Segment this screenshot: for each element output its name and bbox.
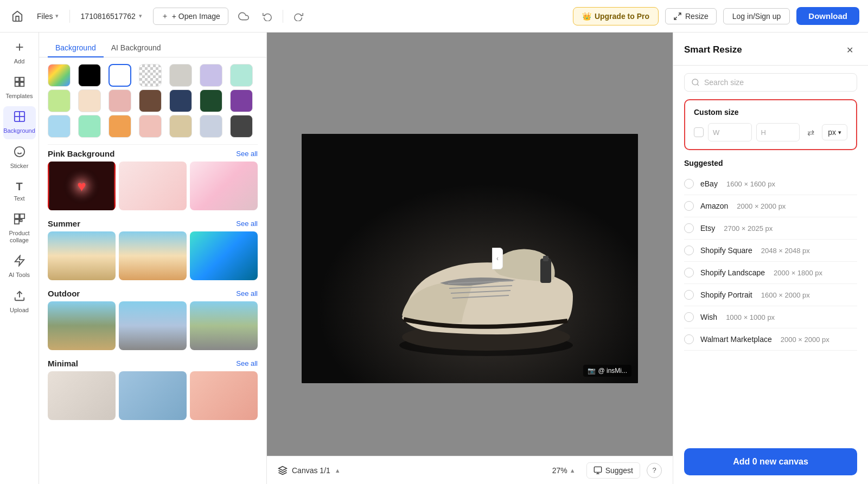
color-swatch-light-purple[interactable]	[200, 64, 222, 87]
sr-item-shopify-portrait[interactable]: Shopify Portrait 1600 × 2000 px	[684, 284, 857, 306]
pink-bg-image-3[interactable]	[190, 162, 258, 210]
sidebar-item-text[interactable]: T Text	[3, 176, 36, 206]
walmart-checkbox[interactable]	[684, 334, 694, 344]
color-swatch-dark-gray[interactable]	[230, 115, 253, 138]
sidebar-item-ai-tools[interactable]: AI Tools	[3, 250, 36, 283]
cloud-icon[interactable]	[235, 8, 252, 25]
wish-checkbox[interactable]	[684, 312, 694, 322]
outdoor-image-2[interactable]	[119, 301, 187, 350]
sidebar-item-upload[interactable]: Upload	[3, 286, 36, 318]
outdoor-see-all[interactable]: See all	[236, 289, 258, 298]
zoom-control[interactable]: 27% ▲	[548, 464, 580, 477]
color-swatch-light-gray[interactable]	[169, 64, 192, 87]
etsy-checkbox[interactable]	[684, 223, 694, 233]
canvas-info[interactable]: Canvas 1/1 ▲	[278, 466, 341, 475]
sr-item-walmart[interactable]: Walmart Marketplace 2000 × 2000 px	[684, 328, 857, 351]
add-canvas-button[interactable]: Add 0 new canvas	[684, 448, 857, 475]
sidebar-item-text-label: Text	[14, 195, 24, 202]
undo-button[interactable]	[259, 8, 276, 25]
tab-background[interactable]: Background	[48, 39, 104, 57]
color-swatch-seafoam[interactable]	[78, 115, 101, 138]
sr-item-wish[interactable]: Wish 1000 × 1000 px	[684, 306, 857, 328]
minimal-image-1[interactable]	[48, 371, 116, 420]
redo-button[interactable]	[290, 8, 307, 25]
svg-rect-30	[543, 256, 548, 261]
zoom-value: 27%	[552, 466, 567, 475]
background-icon	[14, 111, 25, 125]
sidebar-item-background[interactable]: Background	[3, 106, 36, 139]
color-swatch-light-pink[interactable]	[108, 89, 131, 112]
color-swatch-orange[interactable]	[108, 115, 131, 138]
minimal-image-2[interactable]	[119, 371, 187, 420]
summer-image-2[interactable]	[119, 231, 187, 280]
smart-resize-close-button[interactable]: ✕	[842, 42, 857, 57]
smart-resize-search[interactable]	[684, 73, 857, 92]
svg-rect-14	[14, 220, 18, 224]
shopify-portrait-checkbox[interactable]	[684, 290, 694, 300]
color-swatch-brown[interactable]	[139, 89, 162, 112]
ebay-checkbox[interactable]	[684, 179, 694, 189]
home-button[interactable]	[9, 8, 26, 25]
amazon-checkbox[interactable]	[684, 201, 694, 211]
link-dimensions-icon[interactable]: ⇄	[804, 127, 818, 138]
files-menu[interactable]: Files ▾	[33, 10, 63, 23]
color-swatch-sky[interactable]	[48, 115, 71, 138]
sr-item-shopify-square[interactable]: Shopify Square 2048 × 2048 px	[684, 240, 857, 262]
summer-title: Summer	[48, 219, 80, 228]
unit-selector[interactable]: px ▾	[822, 124, 847, 140]
color-swatch-transparent[interactable]	[139, 64, 162, 87]
canvas-container[interactable]: 📷 @ insMi...	[302, 134, 638, 383]
add-icon	[14, 41, 25, 56]
pink-bg-image-1[interactable]: ♥	[48, 162, 116, 210]
pink-bg-image-2[interactable]	[119, 162, 187, 210]
color-swatch-steel[interactable]	[200, 115, 222, 138]
color-swatch-rainbow[interactable]	[48, 64, 71, 87]
width-input[interactable]	[724, 124, 751, 141]
sr-item-ebay[interactable]: eBay 1600 × 1600 px	[684, 173, 857, 195]
sidebar-item-templates[interactable]: Templates	[3, 72, 36, 104]
outdoor-image-3[interactable]	[190, 301, 258, 350]
pink-background-grid: ♥	[39, 162, 266, 215]
sr-item-shopify-landscape[interactable]: Shopify Landscape 2000 × 1800 px	[684, 262, 857, 284]
custom-size-checkbox[interactable]	[694, 127, 704, 137]
smart-resize-header: Smart Resize ✕	[673, 33, 868, 66]
download-button[interactable]: Download	[796, 7, 859, 25]
color-swatch-purple[interactable]	[230, 89, 253, 112]
height-input[interactable]	[770, 124, 797, 141]
help-button[interactable]: ?	[647, 463, 662, 478]
open-image-button[interactable]: ＋ + Open Image	[153, 8, 228, 25]
upgrade-to-pro-button[interactable]: 👑 Upgrade to Pro	[573, 7, 659, 25]
color-swatch-mint[interactable]	[230, 64, 253, 87]
shopify-landscape-checkbox[interactable]	[684, 268, 694, 278]
shopify-square-checkbox[interactable]	[684, 246, 694, 255]
outdoor-section-header: Outdoor See all	[39, 285, 266, 301]
color-swatch-white[interactable]	[108, 64, 131, 87]
sidebar-item-product-collage[interactable]: Product collage	[3, 209, 36, 248]
color-swatch-salmon[interactable]	[139, 115, 162, 138]
color-swatch-tan[interactable]	[169, 115, 192, 138]
filename-display[interactable]: 1710816517762 ▾	[76, 10, 146, 23]
color-swatch-peach[interactable]	[78, 89, 101, 112]
color-grid	[39, 57, 266, 144]
color-swatch-dark-green[interactable]	[200, 89, 222, 112]
search-size-input[interactable]	[704, 78, 850, 87]
color-swatch-navy[interactable]	[169, 89, 192, 112]
collapse-panel-button[interactable]: ‹	[492, 248, 503, 269]
tab-ai-background[interactable]: AI Background	[104, 39, 169, 57]
summer-image-1[interactable]	[48, 231, 116, 280]
pink-background-see-all[interactable]: See all	[236, 150, 258, 158]
sidebar-item-sticker[interactable]: Sticker	[3, 141, 36, 174]
sr-item-amazon[interactable]: Amazon 2000 × 2000 px	[684, 195, 857, 217]
summer-image-3[interactable]	[190, 231, 258, 280]
suggest-button[interactable]: Suggest	[586, 462, 640, 479]
color-swatch-light-green[interactable]	[48, 89, 71, 112]
outdoor-image-1[interactable]	[48, 301, 116, 350]
minimal-image-3[interactable]	[190, 371, 258, 420]
sidebar-item-add[interactable]: Add	[3, 37, 36, 69]
minimal-see-all[interactable]: See all	[236, 359, 258, 367]
resize-button[interactable]: Resize	[665, 8, 717, 24]
sr-item-etsy[interactable]: Etsy 2700 × 2025 px	[684, 217, 857, 240]
color-swatch-black[interactable]	[78, 64, 101, 87]
summer-see-all[interactable]: See all	[236, 220, 258, 228]
login-button[interactable]: Log in/Sign up	[723, 8, 790, 24]
